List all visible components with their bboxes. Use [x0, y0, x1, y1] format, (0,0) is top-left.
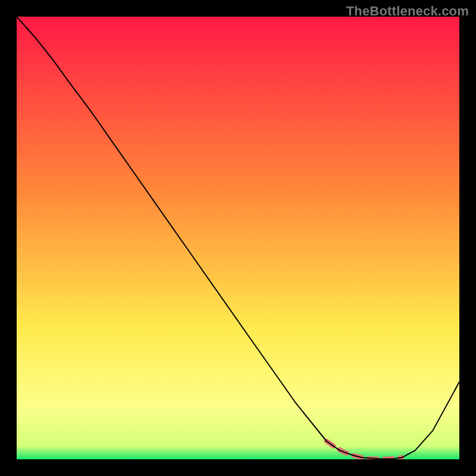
plot-area — [17, 17, 459, 459]
watermark-text: TheBottleneck.com — [346, 4, 469, 19]
chart-svg — [17, 17, 459, 459]
chart-frame: TheBottleneck.com — [0, 0, 476, 476]
gradient-background — [17, 17, 459, 459]
